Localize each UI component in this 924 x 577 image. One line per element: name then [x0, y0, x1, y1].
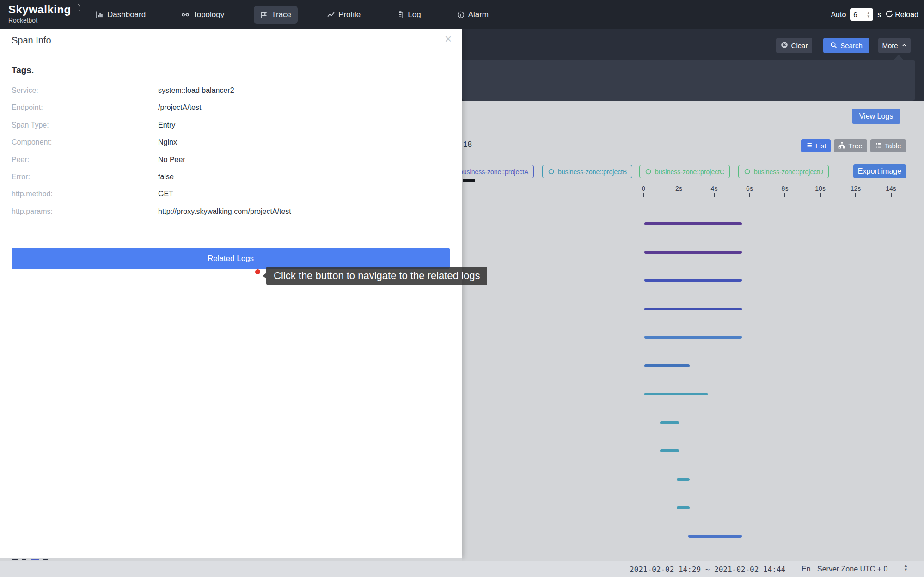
trace-detail-area: 18 View Logs ListTreeTable business-zone…: [462, 101, 924, 561]
field-value: false: [158, 173, 174, 181]
time-range-display[interactable]: 2021-02-02 14:29 ~ 2021-02-02 14:44: [630, 565, 785, 574]
reload-button[interactable]: Reload: [885, 10, 918, 20]
field-label: http.method:: [12, 190, 53, 198]
service-chip[interactable]: business-zone::projectD: [738, 165, 829, 178]
axis-tick-mark: [679, 193, 679, 197]
trace-span-bar[interactable]: [644, 279, 742, 282]
field-value: GET: [158, 190, 173, 198]
axis-tick-mark: [749, 193, 750, 197]
auto-interval-input[interactable]: 6 ▲▼: [850, 8, 873, 21]
tag-field-row: Endpoint:/projectA/test: [0, 103, 462, 114]
trace-span-bar[interactable]: [644, 364, 690, 367]
nav-item-label: Topology: [193, 10, 224, 19]
nav-item-label: Profile: [338, 10, 361, 19]
nav-item-dashboard[interactable]: Dashboard: [90, 6, 152, 24]
tooltip-arrow: [263, 273, 266, 279]
tag-field-row: Service:system::load balancer2: [0, 86, 462, 97]
trace-span-bar[interactable]: [644, 222, 742, 225]
status-bar: 2021-02-02 14:29 ~ 2021-02-02 14:44 En S…: [0, 561, 924, 577]
axis-tick-label: 4s: [707, 185, 721, 192]
clipped-trace-number: 18: [463, 140, 472, 149]
language-selector[interactable]: En: [802, 565, 811, 573]
service-chip[interactable]: business-zone::projectC: [639, 165, 730, 178]
tag-field-row: Component:Nginx: [0, 138, 462, 148]
service-chip[interactable]: business-zone::projectB: [542, 165, 632, 178]
nav-item-label: Dashboard: [107, 10, 146, 19]
chip-label: business-zone::projectA: [459, 168, 528, 176]
nav-item-label: Log: [408, 10, 421, 19]
search-button[interactable]: Search: [823, 38, 869, 53]
circle-icon: [744, 168, 751, 175]
tree-view-button[interactable]: Tree: [834, 139, 867, 152]
app-logo[interactable]: Skywalking Rocketbot: [8, 3, 81, 24]
trace-span-bar[interactable]: [644, 336, 742, 339]
cursor-dot: [255, 269, 260, 274]
tag-field-row: http.params:http://proxy.skywalking.com/…: [0, 207, 462, 218]
field-value: system::load balancer2: [158, 86, 234, 95]
nav-item-label: Trace: [271, 10, 291, 19]
more-options-panel: [462, 60, 915, 101]
circle-icon: [645, 168, 652, 175]
panel-title: Span Info: [12, 35, 51, 46]
trace-span-bar[interactable]: [644, 393, 708, 395]
more-button[interactable]: More: [878, 38, 911, 53]
field-label: Span Type:: [12, 121, 49, 129]
axis-tick-mark: [784, 193, 785, 197]
tree-icon: [838, 142, 845, 150]
topology-icon: [182, 11, 189, 18]
clear-button[interactable]: Clear: [776, 38, 812, 53]
axis-tick-label: 0: [636, 185, 650, 192]
auto-label: Auto: [831, 11, 846, 19]
mode-label: Table: [885, 142, 901, 150]
nav-item-topology[interactable]: Topology: [175, 6, 231, 24]
trace-span-bar[interactable]: [644, 251, 742, 254]
table-view-button[interactable]: Table: [870, 139, 906, 152]
field-value: Entry: [158, 121, 175, 129]
trace-span-bar[interactable]: [660, 449, 679, 452]
nav-item-trace[interactable]: Trace: [254, 6, 298, 24]
auto-reload-controls: Auto 6 ▲▼ s Reload: [831, 0, 918, 29]
field-value: Nginx: [158, 138, 177, 146]
trace-span-bar[interactable]: [677, 478, 690, 481]
trace-span-bar[interactable]: [677, 506, 690, 509]
related-logs-tooltip: Click the button to navigate to the rela…: [266, 267, 487, 285]
crescent-logo-icon: [72, 3, 81, 16]
field-label: Component:: [12, 138, 52, 146]
reload-icon: [885, 10, 893, 20]
logo-subtitle: Rocketbot: [8, 17, 81, 24]
export-image-button[interactable]: Export image: [853, 164, 906, 178]
view-logs-button[interactable]: View Logs: [852, 109, 900, 124]
interval-stepper[interactable]: ▲▼: [864, 9, 872, 20]
close-icon[interactable]: ×: [445, 33, 452, 45]
trace-span-bar[interactable]: [688, 535, 742, 538]
search-icon: [830, 42, 837, 50]
clear-icon: [781, 41, 788, 50]
auto-interval-value: 6: [850, 11, 864, 18]
chip-label: business-zone::projectB: [558, 168, 627, 176]
field-label: Service:: [12, 86, 38, 95]
field-label: Error:: [12, 173, 30, 181]
field-value: /projectA/test: [158, 103, 201, 112]
trace-icon: [260, 11, 268, 18]
tooltip-text: Click the button to navigate to the rela…: [274, 270, 480, 281]
chip-label: business-zone::projectC: [655, 168, 724, 176]
field-value: No Peer: [158, 156, 185, 164]
list-view-button[interactable]: List: [801, 139, 831, 152]
trace-span-bar[interactable]: [644, 308, 742, 310]
service-chip[interactable]: business-zone::projectA: [454, 165, 534, 178]
zone-stepper[interactable]: ▲▼: [904, 564, 908, 572]
tag-field-row: Span Type:Entry: [0, 121, 462, 131]
axis-tick-mark: [891, 193, 892, 197]
reload-label: Reload: [895, 11, 918, 19]
clipped-span-text: [463, 179, 475, 182]
nav-item-profile[interactable]: Profile: [321, 6, 367, 24]
axis-tick-mark: [643, 193, 644, 197]
span-info-panel: Span Info × Tags. Service:system::load b…: [0, 29, 462, 558]
nav-item-log[interactable]: Log: [390, 6, 427, 24]
circle-icon: [548, 168, 555, 175]
nav-item-alarm[interactable]: Alarm: [451, 6, 495, 24]
tag-field-row: Peer:No Peer: [0, 156, 462, 166]
trace-search-toolbar: Clear Search More: [462, 29, 924, 101]
related-logs-button[interactable]: Related Logs: [12, 248, 450, 269]
trace-span-bar[interactable]: [660, 421, 679, 424]
